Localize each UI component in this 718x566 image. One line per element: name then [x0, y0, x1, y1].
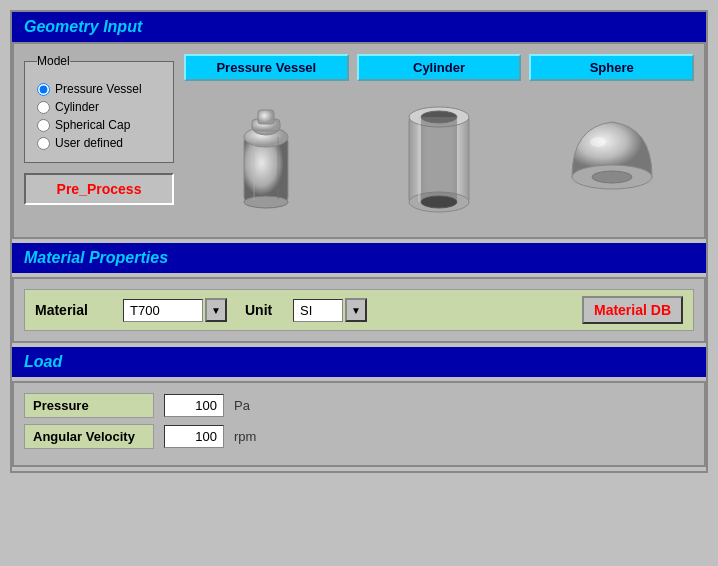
svg-rect-4 — [258, 110, 274, 124]
radio-pressure-vessel[interactable]: Pressure Vessel — [37, 82, 161, 96]
pre-process-button[interactable]: Pre_Process — [24, 173, 174, 205]
load-row-pressure: Pressure Pa — [24, 393, 694, 418]
material-section: Material ▼ Unit ▼ Material DB — [12, 277, 706, 343]
geometry-section-header: Geometry Input — [12, 12, 706, 42]
unit-select-wrap: ▼ — [293, 298, 367, 322]
angular-velocity-unit: rpm — [234, 429, 256, 444]
cylinder-svg — [389, 92, 489, 222]
radio-label-user-defined: User defined — [55, 136, 123, 150]
material-label: Material — [35, 302, 115, 318]
radio-label-cylinder: Cylinder — [55, 100, 99, 114]
radio-input-pressure-vessel[interactable] — [37, 83, 50, 96]
unit-dropdown-btn[interactable]: ▼ — [345, 298, 367, 322]
radio-spherical-cap[interactable]: Spherical Cap — [37, 118, 161, 132]
btn-cylinder[interactable]: Cylinder — [357, 54, 522, 81]
radio-user-defined[interactable]: User defined — [37, 136, 161, 150]
material-dropdown-btn[interactable]: ▼ — [205, 298, 227, 322]
material-select-wrap: ▼ — [123, 298, 227, 322]
material-section-header: Material Properties — [12, 243, 706, 273]
svg-point-17 — [590, 137, 606, 147]
btn-pressure-vessel[interactable]: Pressure Vessel — [184, 54, 349, 81]
angular-velocity-label: Angular Velocity — [24, 424, 154, 449]
svg-rect-12 — [421, 117, 457, 202]
material-section-wrapper: Material Properties Material ▼ Unit ▼ Ma… — [12, 243, 706, 343]
radio-input-cylinder[interactable] — [37, 101, 50, 114]
main-container: Geometry Input Model Pressure Vessel Cyl… — [10, 10, 708, 473]
load-section-wrapper: Load Pressure Pa Angular Velocity rpm — [12, 347, 706, 467]
geometry-title: Geometry Input — [24, 18, 142, 35]
load-title: Load — [24, 353, 62, 370]
model-group-label: Model — [37, 54, 70, 68]
visual-buttons-row: Pressure Vessel Cylinder Sphere — [184, 54, 694, 81]
model-group: Model Pressure Vessel Cylinder Spherical… — [24, 54, 174, 163]
radio-input-spherical-cap[interactable] — [37, 119, 50, 132]
radio-label-spherical-cap: Spherical Cap — [55, 118, 130, 132]
visual-images — [184, 87, 694, 227]
btn-sphere[interactable]: Sphere — [529, 54, 694, 81]
angular-velocity-input[interactable] — [164, 425, 224, 448]
pressure-unit: Pa — [234, 398, 250, 413]
load-section-header: Load — [12, 347, 706, 377]
material-input[interactable] — [123, 299, 203, 322]
geometry-section: Model Pressure Vessel Cylinder Spherical… — [12, 42, 706, 239]
geometry-visuals: Pressure Vessel Cylinder Sphere — [184, 54, 694, 227]
unit-label: Unit — [245, 302, 285, 318]
sphere-svg — [562, 92, 662, 222]
material-db-button[interactable]: Material DB — [582, 296, 683, 324]
radio-input-user-defined[interactable] — [37, 137, 50, 150]
svg-point-16 — [592, 171, 632, 183]
material-title: Material Properties — [24, 249, 168, 266]
pressure-vessel-svg — [216, 92, 316, 222]
radio-cylinder[interactable]: Cylinder — [37, 100, 161, 114]
pressure-input[interactable] — [164, 394, 224, 417]
svg-point-13 — [421, 196, 457, 208]
unit-input[interactable] — [293, 299, 343, 322]
load-section: Pressure Pa Angular Velocity rpm — [12, 381, 706, 467]
pressure-label: Pressure — [24, 393, 154, 418]
geometry-section-wrapper: Geometry Input Model Pressure Vessel Cyl… — [12, 12, 706, 239]
load-row-angular-velocity: Angular Velocity rpm — [24, 424, 694, 449]
geometry-inner: Model Pressure Vessel Cylinder Spherical… — [24, 54, 694, 227]
svg-point-5 — [244, 196, 288, 208]
radio-label-pressure-vessel: Pressure Vessel — [55, 82, 142, 96]
material-row: Material ▼ Unit ▼ Material DB — [24, 289, 694, 331]
